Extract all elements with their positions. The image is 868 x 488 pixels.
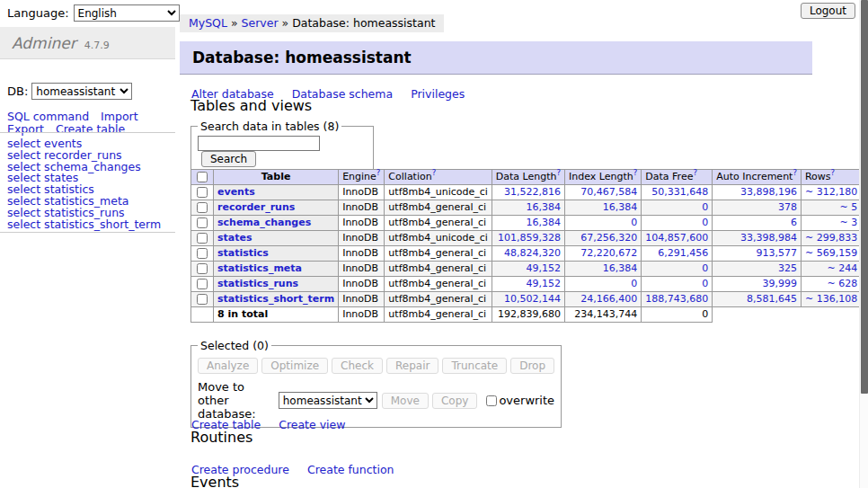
column-header-rows: Rows? <box>801 170 861 185</box>
create-link[interactable]: Create view <box>279 418 345 431</box>
sidebar-action-link[interactable]: Import <box>101 111 138 122</box>
sidebar-table-link[interactable]: select statistics_short_term <box>7 219 161 231</box>
table-row: statistics_metaInnoDButf8mb4_general_ci4… <box>191 262 868 277</box>
total-engine-cell: InnoDB <box>339 307 385 323</box>
select-all-checkbox[interactable] <box>197 172 208 182</box>
row-checkbox[interactable] <box>197 248 208 259</box>
routine-link[interactable]: Create function <box>307 463 394 476</box>
table-row: recorder_runsInnoDButf8mb4_general_ci16,… <box>191 200 868 216</box>
column-header-data-length: Data Length? <box>492 170 564 185</box>
scrollbar-thumb[interactable] <box>861 0 868 394</box>
page-title: Database: homeassistant <box>180 41 812 75</box>
collation-cell: utf8mb4_unicode_ci <box>385 185 492 200</box>
overwrite-label: overwrite <box>499 394 554 407</box>
table-name-link[interactable]: statistics <box>217 247 269 259</box>
table-name-link[interactable]: events <box>217 186 255 198</box>
row-checkbox[interactable] <box>197 202 208 213</box>
rows-cell: ~ 5 <box>801 200 861 216</box>
data-free-cell: 0 <box>642 200 713 216</box>
row-checkbox[interactable] <box>197 294 208 305</box>
data-free-cell: 0 <box>642 277 713 292</box>
row-checkbox[interactable] <box>197 217 208 228</box>
total-index-length-cell: 234,143,744 <box>565 307 642 323</box>
selected-actions: AnalyzeOptimizeCheckRepairTruncateDrop <box>198 358 554 374</box>
table-name-link[interactable]: states <box>217 232 252 244</box>
selected-action-button: Truncate <box>442 358 507 374</box>
index-length-cell: 0 <box>565 216 642 231</box>
engine-cell: InnoDB <box>339 200 385 216</box>
rows-cell: ~ 136,108 <box>801 292 861 307</box>
collation-cell: utf8mb4_general_ci <box>385 246 492 262</box>
rows-cell: ~ 569,159 <box>801 246 861 262</box>
breadcrumb-link[interactable]: Server <box>242 16 279 30</box>
auto-increment-cell: 39,999 <box>713 277 802 292</box>
row-select-cell <box>191 216 214 231</box>
db-select[interactable]: homeassistant <box>31 83 132 100</box>
row-checkbox[interactable] <box>197 187 208 198</box>
auto-increment-cell: 325 <box>713 262 802 277</box>
table-name-link[interactable]: recorder_runs <box>217 201 295 213</box>
column-help-link[interactable]: ? <box>793 168 797 177</box>
total-name-cell: 8 in total <box>214 307 339 323</box>
selected-action-button: Drop <box>510 358 554 374</box>
app-name: Adminer <box>12 34 76 52</box>
move-label: Move to other database: <box>198 380 274 421</box>
rows-count-link[interactable]: ~ 312,180 <box>805 186 857 198</box>
rows-count-link[interactable]: ~ 569,159 <box>805 247 857 259</box>
collation-cell: utf8mb4_general_ci <box>385 262 492 277</box>
language-select[interactable]: English <box>74 4 180 22</box>
column-help-link[interactable]: ? <box>376 168 381 177</box>
row-checkbox[interactable] <box>197 263 208 274</box>
selected-action-button: Optimize <box>261 358 328 374</box>
rows-count-link[interactable]: ~ 5 <box>839 201 857 213</box>
table-name-link[interactable]: statistics_short_term <box>217 293 334 305</box>
breadcrumb-link[interactable]: MySQL <box>189 16 227 30</box>
search-button[interactable]: Search <box>201 151 256 167</box>
row-checkbox[interactable] <box>197 233 208 244</box>
data-length-cell: 49,152 <box>492 277 564 292</box>
table-name-link[interactable]: statistics_runs <box>217 278 298 289</box>
rows-count-link[interactable]: ~ 136,108 <box>805 293 857 305</box>
table-name-link[interactable]: statistics_meta <box>217 262 302 274</box>
rows-count-link[interactable]: ~ 628 <box>827 278 857 289</box>
table-name-cell: recorder_runs <box>214 200 339 216</box>
breadcrumb-separator: » <box>279 16 293 30</box>
engine-cell: InnoDB <box>339 292 385 307</box>
db-label: DB: <box>7 84 28 98</box>
rows-count-link[interactable]: ~ 3 <box>839 217 857 228</box>
column-header-engine: Engine? <box>339 170 385 185</box>
rows-count-link[interactable]: ~ 299,833 <box>805 232 857 244</box>
table-row: schema_changesInnoDButf8mb4_general_ci16… <box>191 216 868 231</box>
column-help-link[interactable]: ? <box>693 168 697 177</box>
data-free-cell: 0 <box>642 216 713 231</box>
data-length-cell: 101,859,328 <box>492 231 564 246</box>
table-name-link[interactable]: schema_changes <box>217 217 311 228</box>
move-db-select[interactable]: homeassistant <box>279 392 377 409</box>
column-help-link[interactable]: ? <box>831 168 836 177</box>
table-head: TableEngine?Collation?Data Length?Index … <box>191 170 868 185</box>
table-name-cell: schema_changes <box>214 216 339 231</box>
rows-count-link[interactable]: ~ 244 <box>827 262 857 274</box>
selected-action-button: Analyze <box>198 358 258 374</box>
sidebar-action-link[interactable]: SQL command <box>7 111 89 122</box>
app-title-bar: Adminer 4.7.9 <box>0 27 175 59</box>
db-nav-link[interactable]: Privileges <box>411 87 465 101</box>
engine-cell: InnoDB <box>339 231 385 246</box>
column-help-link[interactable]: ? <box>432 168 437 177</box>
column-help-link[interactable]: ? <box>633 168 638 177</box>
index-length-cell: 16,384 <box>565 200 642 216</box>
sidebar-divider <box>0 232 175 233</box>
column-help-link[interactable]: ? <box>557 168 562 177</box>
auto-increment-cell: 378 <box>713 200 802 216</box>
index-length-cell: 67,256,320 <box>565 231 642 246</box>
auto-increment-cell: 913,577 <box>713 246 802 262</box>
data-free-cell: 0 <box>642 262 713 277</box>
row-checkbox[interactable] <box>197 279 208 289</box>
search-input[interactable] <box>198 136 320 151</box>
overwrite-checkbox[interactable] <box>486 395 497 406</box>
table-name-cell: statistics_short_term <box>214 292 339 307</box>
logout-button[interactable]: Logout <box>801 3 855 19</box>
engine-cell: InnoDB <box>339 246 385 262</box>
data-free-cell: 50,331,648 <box>642 185 713 200</box>
vertical-scrollbar[interactable] <box>859 0 868 488</box>
